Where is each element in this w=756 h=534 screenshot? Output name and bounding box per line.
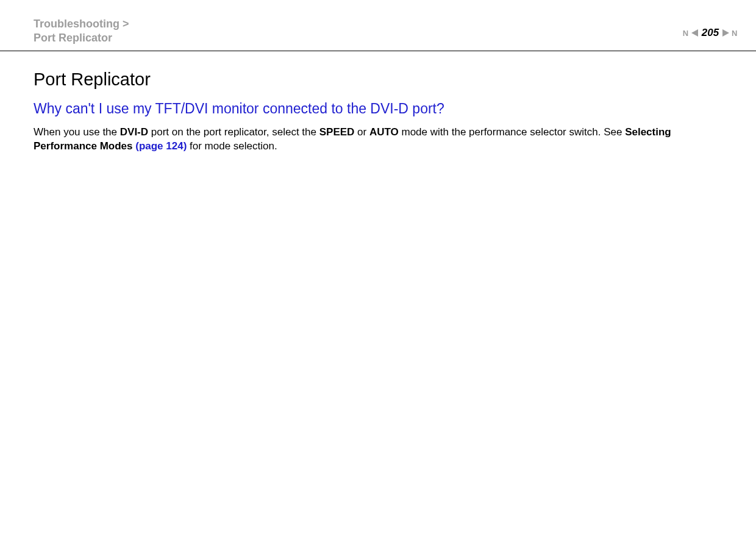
breadcrumb: Troubleshooting > Port Replicator [34, 17, 129, 46]
question-heading: Why can't I use my TFT/DVI monitor conne… [34, 101, 722, 117]
text-run: for mode selection. [187, 140, 277, 152]
body-paragraph: When you use the DVI-D port on the port … [34, 126, 722, 154]
page-number: 205 [702, 27, 719, 39]
breadcrumb-separator: > [119, 18, 129, 30]
bold-auto: AUTO [369, 126, 399, 138]
section-title: Port Replicator [34, 69, 722, 90]
bold-dvid: DVI-D [120, 126, 148, 138]
page-content: Port Replicator Why can't I use my TFT/D… [0, 51, 756, 154]
text-run: mode with the performance selector switc… [399, 126, 625, 138]
page-header: Troubleshooting > Port Replicator N 205 … [0, 0, 756, 51]
breadcrumb-current: Port Replicator [34, 31, 129, 45]
text-run: or [354, 126, 369, 138]
nav-n-right: N [732, 29, 738, 38]
nav-n-left: N [683, 29, 689, 38]
text-run: When you use the [34, 126, 120, 138]
prev-page-arrow-icon[interactable] [691, 29, 698, 37]
text-run: port on the port replicator, select the [148, 126, 319, 138]
bold-speed: SPEED [319, 126, 355, 138]
next-page-arrow-icon[interactable] [722, 29, 729, 37]
page-link-124[interactable]: (page 124) [135, 140, 187, 152]
page-navigation: N 205 N [683, 17, 738, 39]
breadcrumb-section[interactable]: Troubleshooting [34, 18, 119, 30]
